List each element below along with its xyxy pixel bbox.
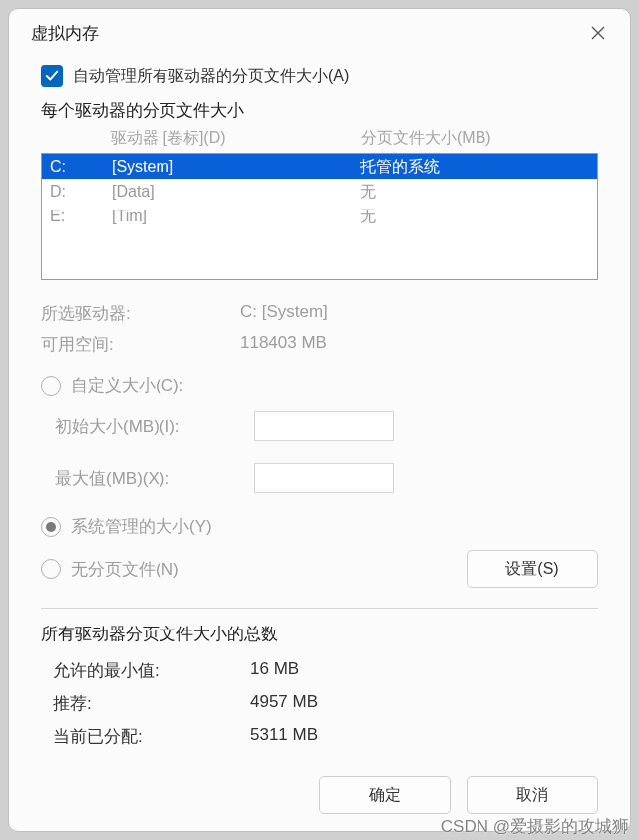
custom-size-radio-row[interactable]: 自定义大小(C): xyxy=(41,374,598,397)
row-size: 无 xyxy=(360,204,589,228)
set-button[interactable]: 设置(S) xyxy=(467,550,598,588)
content-area: 自动管理所有驱动器的分页文件大小(A) 每个驱动器的分页文件大小 驱动器 [卷标… xyxy=(9,55,630,832)
max-size-input[interactable] xyxy=(254,463,394,493)
initial-size-label: 初始大小(MB)(I): xyxy=(55,415,254,438)
footer-buttons: 确定 取消 xyxy=(41,776,598,814)
min-allowed-row: 允许的最小值: 16 MB xyxy=(41,659,598,682)
row-size: 托管的系统 xyxy=(360,154,589,179)
system-managed-label: 系统管理的大小(Y) xyxy=(71,515,212,538)
titlebar: 虚拟内存 xyxy=(9,9,630,55)
close-button[interactable] xyxy=(584,19,612,47)
auto-manage-row[interactable]: 自动管理所有驱动器的分页文件大小(A) xyxy=(41,65,598,87)
currently-allocated-value: 5311 MB xyxy=(250,725,598,748)
list-row[interactable]: E: [Tim] 无 xyxy=(42,204,597,228)
selected-drive-value: C: [System] xyxy=(240,302,598,325)
row-label: [Data] xyxy=(112,179,360,204)
custom-size-radio[interactable] xyxy=(41,376,61,396)
recommended-value: 4957 MB xyxy=(250,692,598,715)
free-space-row: 可用空间: 118403 MB xyxy=(41,333,598,356)
max-size-row: 最大值(MB)(X): xyxy=(55,463,598,493)
currently-allocated-label: 当前已分配: xyxy=(41,725,250,748)
custom-size-label: 自定义大小(C): xyxy=(71,374,183,397)
list-row[interactable]: D: [Data] 无 xyxy=(42,179,597,204)
header-drive-label: 驱动器 [卷标](D) xyxy=(111,128,361,149)
header-size: 分页文件大小(MB) xyxy=(361,128,590,149)
initial-size-row: 初始大小(MB)(I): xyxy=(55,411,598,441)
no-paging-radio[interactable] xyxy=(41,559,61,579)
list-headers: 驱动器 [卷标](D) 分页文件大小(MB) xyxy=(41,128,598,153)
close-icon xyxy=(590,25,606,41)
min-allowed-value: 16 MB xyxy=(250,659,598,682)
recommended-row: 推荐: 4957 MB xyxy=(41,692,598,715)
auto-manage-checkbox[interactable] xyxy=(41,65,63,87)
row-label: [System] xyxy=(112,154,360,179)
drive-listbox[interactable]: C: [System] 托管的系统 D: [Data] 无 E: [Tim] 无 xyxy=(41,153,598,280)
no-paging-radio-row[interactable]: 无分页文件(N) xyxy=(41,558,179,581)
no-paging-row: 无分页文件(N) 设置(S) xyxy=(41,550,598,588)
initial-size-input[interactable] xyxy=(254,411,394,441)
virtual-memory-dialog: 虚拟内存 自动管理所有驱动器的分页文件大小(A) 每个驱动器的分页文件大小 驱动… xyxy=(8,8,631,832)
row-drive: C: xyxy=(50,154,112,179)
free-space-value: 118403 MB xyxy=(240,333,598,356)
divider xyxy=(41,608,598,609)
row-size: 无 xyxy=(360,179,589,204)
min-allowed-label: 允许的最小值: xyxy=(41,659,250,682)
selected-drive-row: 所选驱动器: C: [System] xyxy=(41,302,598,325)
ok-button[interactable]: 确定 xyxy=(319,776,451,814)
auto-manage-label: 自动管理所有驱动器的分页文件大小(A) xyxy=(73,66,349,87)
no-paging-label: 无分页文件(N) xyxy=(71,558,179,581)
check-icon xyxy=(45,69,59,83)
selected-drive-label: 所选驱动器: xyxy=(41,302,240,325)
cancel-button[interactable]: 取消 xyxy=(467,776,598,814)
header-drive xyxy=(49,128,111,149)
window-title: 虚拟内存 xyxy=(31,22,99,45)
system-managed-radio[interactable] xyxy=(41,517,61,537)
totals-title: 所有驱动器分页文件大小的总数 xyxy=(41,623,598,645)
per-drive-title: 每个驱动器的分页文件大小 xyxy=(41,99,598,122)
recommended-label: 推荐: xyxy=(41,692,250,715)
row-drive: D: xyxy=(50,179,112,204)
max-size-label: 最大值(MB)(X): xyxy=(55,467,254,490)
system-managed-radio-row[interactable]: 系统管理的大小(Y) xyxy=(41,515,598,538)
currently-allocated-row: 当前已分配: 5311 MB xyxy=(41,725,598,748)
list-row[interactable]: C: [System] 托管的系统 xyxy=(42,154,597,179)
row-drive: E: xyxy=(50,204,112,228)
free-space-label: 可用空间: xyxy=(41,333,240,356)
row-label: [Tim] xyxy=(112,204,360,228)
